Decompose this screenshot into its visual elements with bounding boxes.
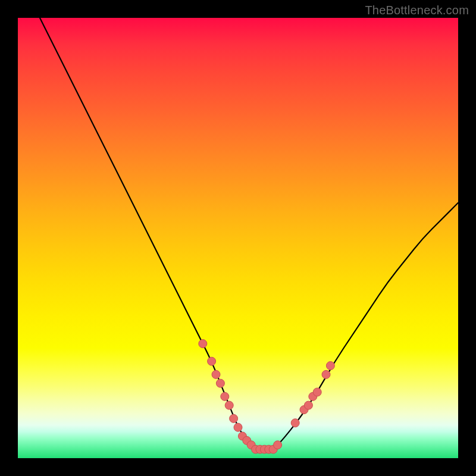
curve-layer [18,18,458,458]
curve-marker [313,388,321,396]
plot-area [18,18,458,458]
curve-markers [199,340,335,454]
curve-marker [234,423,242,431]
curve-marker [322,370,330,378]
curve-marker [221,392,229,400]
curve-marker [274,441,282,449]
curve-marker [212,370,220,378]
curve-marker [199,340,207,348]
chart-frame: TheBottleneck.com [0,0,476,476]
curve-marker [225,401,233,409]
curve-marker [216,379,224,387]
watermark-text: TheBottleneck.com [365,4,469,17]
curve-marker [230,414,238,422]
curve-marker [326,362,334,370]
curve-marker [291,419,299,427]
curve-marker [208,357,216,365]
bottleneck-curve [40,18,458,449]
curve-marker [304,401,312,409]
